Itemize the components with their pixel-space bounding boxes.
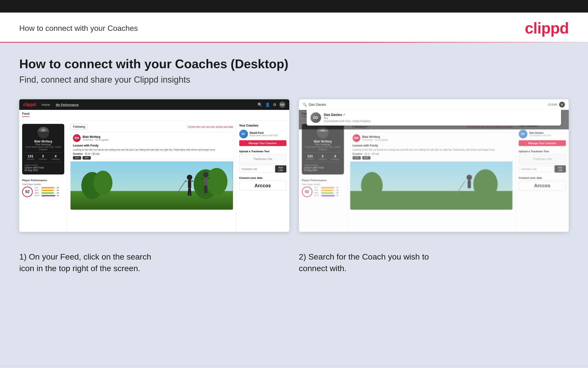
user-profile-card-2: Blair McHarg Plus Handicap Royal North D…: [302, 124, 344, 175]
app-nav-icons-1: 🔍 👤 ⚙ BM: [257, 101, 285, 108]
coach-card-1: DF David Ford Royal North Devon Golf Clu…: [239, 130, 286, 138]
search-result-club: Sunningdale Golf Club, United Kingdom: [324, 120, 371, 122]
trackman-section-1: Upload a Trackman Test Trackman Link Add…: [239, 150, 286, 173]
svg-point-5: [94, 171, 113, 195]
arccos-logo: Arccos: [239, 181, 286, 191]
stat-following: 4 Following: [52, 154, 60, 160]
manage-coaches-btn-2: Manage Your Coaches: [519, 140, 566, 146]
svg-point-15: [203, 172, 208, 177]
search-overlay: 🔍 Dan Davies CLEAR ✕ DD Dan Davies: [299, 99, 569, 129]
nav-performance-1[interactable]: My Performance: [56, 103, 79, 107]
svg-point-27: [466, 175, 472, 180]
svg-rect-20: [206, 185, 208, 193]
control-link[interactable]: Control who can see your activity and da…: [188, 126, 233, 128]
svg-point-7: [206, 168, 228, 195]
post-card-1: BM Blair McHarg Yesterday · Sunningdale …: [70, 132, 233, 210]
clear-button[interactable]: CLEAR: [548, 103, 557, 106]
search-result-type: Pro: [324, 117, 371, 120]
feed-tab-1[interactable]: Feed: [22, 112, 29, 117]
post-avatar-1: BM: [73, 134, 81, 142]
nav-icon-circle[interactable]: BM: [279, 101, 285, 108]
svg-point-1: [39, 134, 48, 138]
post-duration: Duration 01 hr : 30 min: [73, 153, 231, 155]
post-card-2: BM Blair McHarg Yesterday · Sunningdale …: [350, 132, 513, 210]
coaches-title-1: Your Coaches: [239, 124, 286, 127]
step-1-label: 1) On your Feed, click on the search ico…: [19, 246, 289, 274]
svg-rect-28: [467, 180, 471, 188]
latest-activity-1: Latest Activity Lesson with Fordy 03 Aug…: [25, 162, 62, 172]
search-result-dropdown[interactable]: DD Dan Davies ✓ Pro Sunningdale Golf Clu…: [307, 110, 561, 126]
user-stats-2: 131Activities 3Followers 4Following: [304, 153, 342, 160]
user-name-1: Blair McHarg: [25, 140, 62, 143]
post-user-info: Blair McHarg Yesterday · Sunningdale: [83, 135, 109, 141]
svg-rect-19: [204, 185, 206, 193]
verified-badge: ✓: [343, 113, 345, 116]
clippd-logo: clippd: [525, 19, 569, 37]
search-bar-overlay: 🔍 Dan Davies CLEAR ✕: [299, 99, 569, 110]
user-stats-1: 131 Activities 3 Followers 4 Following: [25, 153, 62, 160]
middle-feed-1: Following Control who can see your activ…: [67, 121, 236, 232]
svg-point-26: [473, 169, 498, 199]
app-content-2: Blair McHarg Plus Handicap Royal North D…: [299, 121, 569, 232]
app-ui-1: clippd Home My Performance 🔍 👤 ⚙ BM Feed: [19, 99, 289, 232]
svg-rect-9: [188, 180, 191, 188]
step-labels-grid: 1) On your Feed, click on the search ico…: [19, 246, 569, 274]
user-club-1: Royal North Devon Golf Club, United King…: [25, 146, 62, 151]
settings-icon[interactable]: ⚙: [273, 102, 276, 107]
following-controls-1: Following Control who can see your activ…: [70, 124, 233, 130]
stat-followers: 3 Followers: [39, 154, 47, 160]
following-button[interactable]: Following: [70, 124, 88, 130]
svg-point-21: [320, 129, 325, 134]
user-name-2: Blair McHarg: [304, 140, 342, 143]
app-logo-1: clippd: [23, 102, 36, 107]
player-performance-1: Player Performance Total Player Quality …: [22, 177, 64, 199]
profile-icon[interactable]: 👤: [265, 102, 270, 107]
svg-point-22: [318, 134, 327, 138]
svg-rect-18: [208, 178, 210, 179]
post-header-1: BM Blair McHarg Yesterday · Sunningdale: [70, 132, 233, 144]
top-bar: [0, 0, 588, 12]
left-sidebar-2: Blair McHarg Plus Handicap Royal North D…: [299, 121, 347, 232]
dan-davies-avatar: DD: [519, 130, 527, 138]
app-content-1: Blair McHarg Plus Handicap Royal North D…: [19, 121, 289, 232]
manage-coaches-btn[interactable]: Manage Your Coaches: [239, 140, 286, 146]
coach-card-2: DD Dan Davies Sunningdale Golf Club: [519, 130, 566, 138]
screenshots-grid: clippd Home My Performance 🔍 👤 ⚙ BM Feed: [19, 99, 569, 232]
trackman-add-btn[interactable]: Add Link: [275, 165, 286, 173]
page-title: How to connect with your Coaches: [19, 24, 138, 33]
left-sidebar-1: Blair McHarg Plus Handicap Royal North D…: [19, 121, 67, 232]
post-btn-app[interactable]: APP: [83, 156, 91, 159]
svg-rect-16: [204, 177, 207, 185]
search-result-avatar: DD: [310, 112, 321, 123]
search-input-text[interactable]: Dan Davies: [309, 103, 546, 107]
user-profile-card-1: Blair McHarg Plus Handicap Royal North D…: [22, 124, 64, 175]
connect-section-1: Connect your data Arccos: [239, 176, 286, 191]
step-2-label: 2) Search for the Coach you wish to conn…: [299, 246, 569, 274]
trackman-input[interactable]: [239, 165, 274, 173]
trackman-input-row: Add Link: [239, 165, 286, 173]
post-btn-off[interactable]: OTF: [73, 156, 81, 159]
search-icon[interactable]: 🔍: [257, 102, 262, 107]
trackman-link-display: Trackman Link: [239, 154, 286, 164]
app-navbar-1: clippd Home My Performance 🔍 👤 ⚙ BM: [19, 99, 289, 110]
coach-avatar-1: DF: [239, 130, 248, 138]
user-club-2: Royal North Devon Golf Club, United King…: [304, 146, 342, 151]
main-subheading: Find, connect and share your Clippd insi…: [19, 75, 569, 85]
middle-feed-2: Following ▾ Control who can see your act…: [347, 121, 516, 232]
footer: Copyright Clippd 2022: [0, 366, 588, 368]
post-image-1: [70, 161, 233, 210]
nav-home-1[interactable]: Home: [42, 103, 50, 107]
svg-rect-17: [201, 178, 203, 179]
pp-bars: OTT90 APP85 ARG86 PUTT96: [35, 186, 59, 197]
coach-info-1: David Ford Royal North Devon Golf Club: [250, 131, 278, 137]
post-actions: OTF APP: [73, 156, 231, 159]
search-icon-overlay: 🔍: [303, 103, 307, 107]
search-close-button[interactable]: ✕: [559, 102, 565, 108]
search-result-name: Dan Davies ✓: [324, 113, 371, 117]
right-sidebar-1: Your Coaches DF David Ford Royal North D…: [236, 121, 289, 232]
user-avatar-1: [37, 127, 49, 138]
stat-activities: 131 Activities: [27, 154, 35, 160]
main-heading: How to connect with your Coaches (Deskto…: [19, 57, 569, 71]
post-body-1: Lesson with Fordy Looking to feel like m…: [70, 144, 233, 161]
user-handicap-1: Plus Handicap: [25, 143, 62, 146]
